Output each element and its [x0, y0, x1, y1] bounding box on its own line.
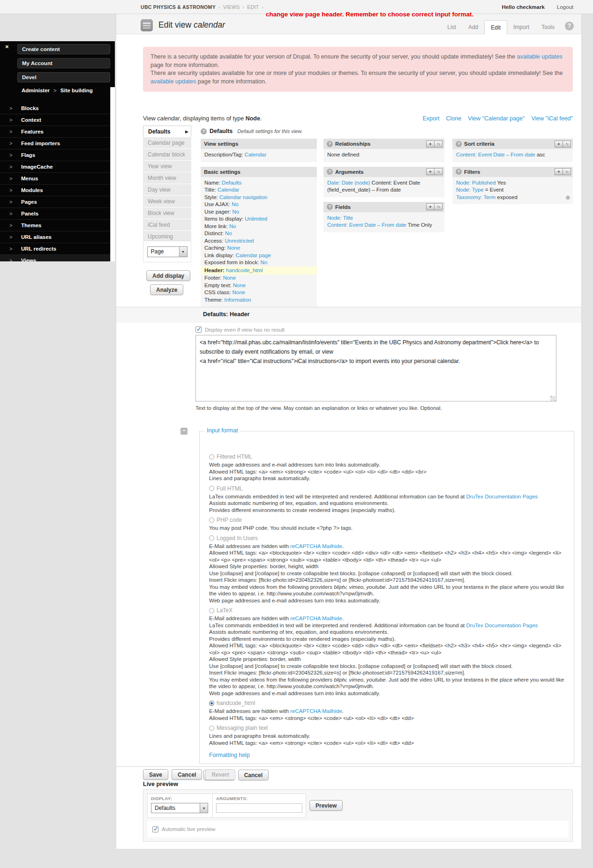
inline-link[interactable]: None — [233, 282, 246, 288]
inline-link[interactable]: Node: Published — [456, 180, 495, 185]
add-icon[interactable]: + — [426, 168, 435, 175]
display-tab-year-view[interactable]: Year view — [143, 161, 191, 172]
radio-button[interactable] — [209, 608, 214, 613]
format-option-handcode_html[interactable]: handcode_html — [209, 700, 566, 706]
save-button[interactable]: Save — [143, 769, 168, 780]
inline-link[interactable]: Calendar navigation — [219, 194, 267, 200]
radio-button[interactable] — [209, 535, 214, 541]
help-icon[interactable]: ? — [201, 128, 207, 134]
rearrange-icon[interactable]: ↑↓ — [563, 141, 571, 148]
cancel-button[interactable]: Cancel — [172, 769, 202, 780]
view-action-export[interactable]: Export — [422, 115, 439, 122]
inline-link[interactable]: Taxonomy: Term — [456, 194, 495, 200]
display-tab-block-view[interactable]: Block view — [143, 208, 191, 219]
sidebar-button-devel[interactable]: Devel — [17, 72, 110, 82]
inline-link[interactable]: Unrestricted — [225, 238, 254, 244]
format-option-logged-in-users[interactable]: Logged In Users — [209, 535, 566, 542]
view-action-view[interactable]: View "iCal feed" — [531, 115, 573, 122]
display-even-checkbox[interactable] — [195, 326, 202, 333]
view-action-view[interactable]: View "Calendar page" — [468, 115, 525, 122]
format-option-messaging-plain-text[interactable]: Messaging plain text — [209, 725, 566, 731]
inline-link[interactable]: Node: Type — [456, 187, 484, 193]
sidebar-path-root[interactable]: Administer — [22, 88, 50, 93]
sidebar-item-context[interactable]: >Context — [0, 114, 110, 126]
tab-tools[interactable]: Tools — [535, 20, 561, 34]
breadcrumb-item[interactable]: EDIT — [247, 4, 259, 10]
format-option-full-html[interactable]: Full HTML — [209, 485, 566, 492]
format-option-php-code[interactable]: PHP code — [209, 517, 566, 523]
display-even-checkbox-row[interactable]: Display even if view has no result — [195, 326, 285, 333]
sidebar-item-modules[interactable]: >Modules — [0, 185, 110, 196]
help-icon[interactable]: ? — [456, 169, 462, 175]
format-option-filtered-html[interactable]: Filtered HTML — [209, 453, 566, 460]
inline-link[interactable]: No — [225, 230, 232, 236]
formatting-help-link[interactable]: Formatting help — [209, 752, 250, 758]
user-greeting-link[interactable]: Hello checkmark — [502, 4, 544, 10]
sidebar-item-pages[interactable]: >Pages — [0, 196, 110, 208]
radio-button[interactable] — [209, 726, 214, 731]
radio-button[interactable] — [209, 454, 214, 460]
analyze-button[interactable]: Analyze — [150, 284, 183, 295]
radio-button[interactable] — [209, 701, 214, 706]
rearrange-icon[interactable]: ↑↓ — [434, 141, 443, 148]
inline-link[interactable]: Information — [224, 297, 251, 303]
preview-display-select[interactable]: Defaults ▼ — [151, 803, 208, 813]
inline-link[interactable]: Calendar — [245, 152, 267, 157]
display-tab-month-view[interactable]: Month view — [143, 172, 191, 184]
display-tab-week-view[interactable]: Week view — [143, 196, 191, 207]
add-icon[interactable]: + — [555, 168, 563, 175]
sidebar-item-themes[interactable]: >Themes — [0, 220, 110, 231]
rearrange-icon[interactable]: ↑↓ — [434, 203, 443, 210]
tab-edit[interactable]: Edit — [484, 20, 507, 34]
inline-link[interactable]: No — [232, 209, 239, 215]
help-icon[interactable]: ? — [327, 169, 333, 175]
add-icon[interactable]: + — [426, 141, 435, 148]
format-option-latex[interactable]: LaTeX — [209, 607, 566, 614]
logout-link[interactable]: Logout — [557, 4, 573, 10]
inline-link[interactable]: None — [227, 245, 240, 251]
auto-preview-row[interactable]: Automatic live preview — [147, 821, 569, 838]
inline-link[interactable]: Content: Event Date – From date — [456, 152, 535, 157]
sidebar-item-url-redirects[interactable]: >URL redirects — [0, 243, 110, 255]
sidebar-item-menus[interactable]: >Menus — [0, 173, 110, 185]
inline-link[interactable]: Calendar page — [235, 252, 270, 258]
inline-link[interactable]: handcode_html — [226, 267, 263, 273]
display-tab-ical-feed[interactable]: iCal feed — [143, 219, 191, 230]
inline-link[interactable]: None — [232, 289, 245, 295]
tab-list[interactable]: List — [441, 20, 462, 34]
sidebar-item-flags[interactable]: >Flags — [0, 149, 110, 161]
rearrange-icon[interactable]: ↑↓ — [563, 168, 571, 175]
add-icon[interactable]: + — [555, 141, 563, 148]
inline-link[interactable]: No — [261, 260, 268, 265]
editor-cancel-button[interactable]: Cancel — [238, 770, 269, 780]
available-updates-link[interactable]: available updates — [517, 53, 562, 60]
inline-link[interactable]: No — [232, 201, 239, 207]
breadcrumb-item[interactable]: UBC PHYSICS & ASTRONOMY — [141, 4, 216, 10]
display-type-select[interactable]: Page ▼ — [147, 246, 188, 257]
inline-link[interactable]: Date: Date (node) — [327, 180, 370, 185]
display-tab-day-view[interactable]: Day view — [143, 184, 191, 195]
sidebar-item-panels[interactable]: >Panels — [0, 208, 110, 220]
textarea-resize-handle[interactable] — [550, 396, 555, 401]
inline-link[interactable]: Node: Title — [327, 215, 353, 221]
display-tab-calendar-block[interactable]: Calendar block — [143, 149, 191, 160]
sidebar-item-url-aliases[interactable]: >URL aliases — [0, 231, 110, 243]
radio-button[interactable] — [209, 486, 214, 491]
inline-link[interactable]: DruTex Documentation Pages — [466, 494, 538, 499]
preview-arguments-input[interactable] — [216, 803, 302, 813]
inline-link[interactable]: No — [229, 223, 236, 229]
help-icon[interactable]: ? — [456, 141, 462, 147]
sidebar-scrollbar[interactable] — [110, 87, 115, 261]
collapse-icon[interactable]: − — [180, 428, 188, 435]
inline-link[interactable]: reCAPTCHA Mailhide — [290, 708, 342, 714]
rearrange-icon[interactable]: ↑↓ — [434, 168, 443, 175]
sidebar-item-imagecache[interactable]: >ImageCache — [0, 161, 110, 173]
sidebar-item-features[interactable]: >Features — [0, 126, 110, 138]
help-icon[interactable]: ? — [327, 141, 333, 147]
display-tab-defaults[interactable]: Defaults▶ — [143, 126, 191, 137]
sidebar-button-create-content[interactable]: Create content — [17, 44, 110, 54]
inline-link[interactable]: None — [223, 275, 236, 281]
add-display-button[interactable]: Add display — [146, 270, 190, 281]
sidebar-path-section[interactable]: Site building — [60, 88, 93, 93]
inline-link[interactable]: reCAPTCHA Mailhide — [290, 543, 342, 549]
